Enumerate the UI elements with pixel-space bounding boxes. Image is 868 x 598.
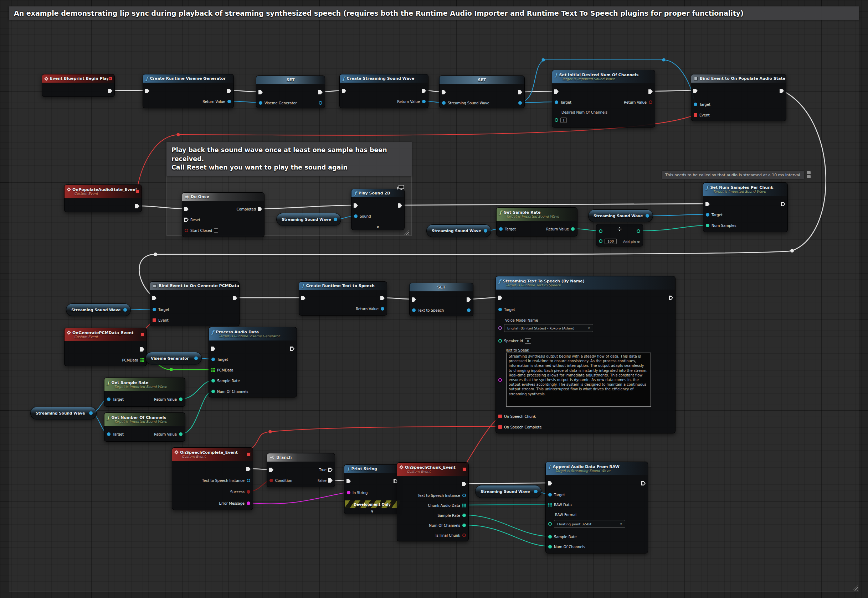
pin-pin[interactable] xyxy=(466,298,471,302)
streaming-sound-wave-getter-2[interactable]: Streaming Sound Wave xyxy=(426,224,491,237)
exec-pin-row[interactable] xyxy=(269,466,273,473)
on-populate-audio-state-event-delegate-badge[interactable] xyxy=(135,190,139,193)
pin-pin[interactable] xyxy=(108,89,112,93)
pin-pin[interactable] xyxy=(346,479,351,483)
on-speech-complete-pin[interactable] xyxy=(498,425,502,429)
streaming-sound-wave-getter-5[interactable]: Streaming Sound Wave xyxy=(30,407,97,420)
pin-pin[interactable] xyxy=(554,118,559,122)
event-pin-row[interactable]: Event xyxy=(152,317,169,324)
pin-pin[interactable] xyxy=(598,239,603,243)
true-pin[interactable] xyxy=(328,468,333,472)
bind-event-to-on-generate-pcmdata-header[interactable]: Bind Event to On Generate PCMData xyxy=(150,282,239,290)
on-speech-complete-event-header[interactable]: OnSpeechComplete_EventCustom Event xyxy=(172,448,253,461)
success-pin[interactable] xyxy=(246,490,250,494)
start-closed-pin-row[interactable]: Start Closed xyxy=(184,227,218,234)
exec-pin-row[interactable] xyxy=(152,295,156,302)
pcmdata-pin-row[interactable]: PCMData xyxy=(122,357,144,364)
on-speech-chunk-event-delegate-badge[interactable] xyxy=(462,467,466,471)
return-value-pin-row[interactable]: Return Value xyxy=(546,226,575,233)
on-speech-chunk-pin-row[interactable]: On Speech Chunk xyxy=(498,413,536,420)
set-num-samples-per-chunk[interactable]: ƒSet Num Samples Per ChunkTarget is Impo… xyxy=(703,182,788,232)
exec-pin-row[interactable] xyxy=(290,345,294,352)
pin-pin[interactable] xyxy=(380,296,385,300)
reroute-dot[interactable] xyxy=(170,368,172,371)
create-streaming-sound-wave-header[interactable]: ƒCreate Streaming Sound Wave xyxy=(340,75,428,83)
pin-pin[interactable] xyxy=(354,203,358,208)
pin-pin[interactable] xyxy=(466,308,471,312)
exec-pin-row[interactable] xyxy=(301,295,306,302)
exec-pin-row[interactable] xyxy=(354,202,358,209)
bind-event-to-on-generate-pcmdata[interactable]: Bind Event to On Generate PCMDataTargetE… xyxy=(150,281,240,326)
in-string-pin-row[interactable]: In String xyxy=(346,489,367,496)
append-audio-data-from-raw[interactable]: ƒAppend Audio Data From RAWTarget is Str… xyxy=(546,462,648,553)
target-pin-row[interactable]: Target xyxy=(106,396,124,403)
event-pin[interactable] xyxy=(693,113,698,117)
num-pin-row[interactable]: 100 xyxy=(598,238,617,245)
pin-pin[interactable] xyxy=(498,326,502,330)
pin-pin[interactable] xyxy=(462,482,466,486)
obj-pin-row[interactable] xyxy=(466,306,471,314)
create-streaming-sound-wave[interactable]: ƒCreate Streaming Sound WaveReturn Value xyxy=(339,74,429,108)
exec-pin-row[interactable] xyxy=(412,296,416,303)
return-value-pin[interactable] xyxy=(178,397,183,401)
viseme-generator-out-pin[interactable] xyxy=(194,356,198,360)
obj-pin-row[interactable] xyxy=(318,99,322,106)
return-value-pin-row[interactable]: Return Value xyxy=(624,99,653,106)
exec-pin-row[interactable] xyxy=(211,345,215,352)
append-audio-data-from-raw-dropdown[interactable]: Floating point 32-bit∨ xyxy=(554,520,625,528)
speaker-id-pin-row[interactable]: Speaker Id0 xyxy=(498,337,531,344)
num-of-channels-pin-row[interactable]: Num Of Channels xyxy=(211,388,249,395)
completed-pin[interactable] xyxy=(258,207,262,211)
exec-pin-row[interactable] xyxy=(184,205,189,212)
num-of-channels-pin-row[interactable]: Num Of Channels xyxy=(548,543,585,550)
target-pin-row[interactable]: Target xyxy=(152,306,169,313)
set-text-to-speech[interactable]: SETText to Speech xyxy=(409,283,474,316)
create-runtime-viseme-generator-header[interactable]: ƒCreate Runtime Viseme Generator xyxy=(143,75,234,83)
return-value-pin[interactable] xyxy=(178,432,183,436)
divide-node[interactable]: 100÷Add pin ⊕ xyxy=(596,224,643,247)
reroute-dot[interactable] xyxy=(154,253,157,256)
branch[interactable]: BranchTrueConditionFalse xyxy=(267,453,335,487)
num-pin-row[interactable]: Floating point 32-bit∨ xyxy=(548,520,625,528)
target-pin[interactable] xyxy=(499,227,503,231)
return-value-pin[interactable] xyxy=(422,99,426,104)
target-pin[interactable] xyxy=(693,102,698,106)
event-pin-row[interactable]: Event xyxy=(693,112,710,119)
on-populate-audio-state-event[interactable]: OnPopulateAudioState_EventCustom Event xyxy=(64,184,142,212)
success-pin-row[interactable]: Success xyxy=(230,488,250,495)
on-generate-pcmdata-event-header[interactable]: OnGeneratePCMData_EventCustom Event xyxy=(64,328,147,341)
append-audio-data-from-raw-header[interactable]: ƒAppend Audio Data From RAWTarget is Str… xyxy=(546,462,648,475)
pin-pin[interactable] xyxy=(498,296,502,300)
chunk-audio-data-pin[interactable] xyxy=(462,503,466,508)
do-once-checkbox[interactable] xyxy=(214,228,218,233)
streaming-sound-wave-pin-row[interactable]: Streaming Sound Wave xyxy=(442,99,489,106)
on-speech-chunk-event-header[interactable]: OnSpeechChunk_EventCustom Event xyxy=(397,463,468,476)
exec-pin-row[interactable] xyxy=(145,87,149,94)
exec-pin-row[interactable] xyxy=(318,89,322,96)
do-once[interactable]: ⇉Do OnceCompletedResetStart Closed xyxy=(182,192,264,237)
target-pin[interactable] xyxy=(106,432,111,436)
blueprint-graph-canvas[interactable]: An example demonstrating lip sync during… xyxy=(0,0,868,598)
return-value-pin-row[interactable]: Return Value xyxy=(154,431,183,438)
target-pin[interactable] xyxy=(554,100,559,105)
create-runtime-text-to-speech-header[interactable]: ƒCreate Runtime Text to Speech xyxy=(299,282,387,290)
condition-pin-row[interactable]: Condition xyxy=(269,477,292,484)
text-to-speech-pin[interactable] xyxy=(412,308,416,312)
on-speech-complete-event-delegate-badge[interactable] xyxy=(247,452,250,456)
exec-pin-row[interactable] xyxy=(227,87,231,94)
condition-pin[interactable] xyxy=(269,478,273,483)
viseme-generator-pin-row[interactable]: Viseme Generator xyxy=(258,99,297,106)
pin-pin[interactable] xyxy=(648,90,653,94)
completed-pin-row[interactable]: Completed xyxy=(236,205,262,212)
exec-pin-row[interactable] xyxy=(108,87,112,94)
on-speech-complete-event[interactable]: OnSpeechComplete_EventCustom EventText t… xyxy=(172,447,253,510)
return-value-pin-row[interactable]: Return Value xyxy=(202,98,231,105)
target-pin-row[interactable]: Target xyxy=(211,356,228,363)
do-once-header[interactable]: ⇉Do Once xyxy=(182,193,264,201)
pin-pin[interactable] xyxy=(135,204,139,208)
text-to-speech-instance-pin[interactable] xyxy=(462,493,466,498)
get-number-of-channels[interactable]: ƒGet Number Of ChannelsTarget is Importe… xyxy=(104,413,185,442)
sample-rate-pin[interactable] xyxy=(211,378,215,383)
pin-pin[interactable] xyxy=(398,203,402,208)
num-of-channels-pin-row[interactable]: Num Of Channels xyxy=(429,522,466,529)
